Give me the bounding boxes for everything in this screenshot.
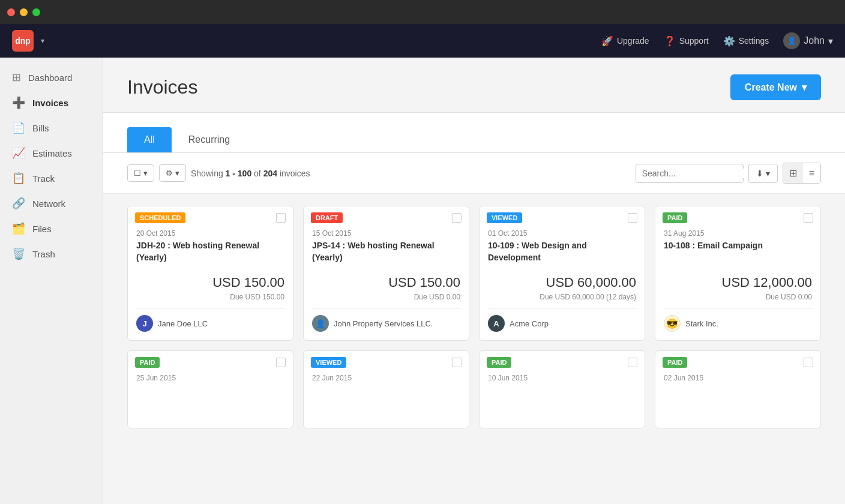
card-checkbox[interactable] <box>452 213 462 223</box>
card-body: 10 Jun 2015 <box>480 368 645 428</box>
filter-button[interactable]: ⬇ ▾ <box>748 164 778 183</box>
tabs-section: All Recurring <box>103 113 845 153</box>
card-body: 22 Jun 2015 <box>304 368 469 428</box>
grid-view-button[interactable]: ⊞ <box>783 163 803 183</box>
client-avatar: J <box>136 315 153 332</box>
invoice-card[interactable]: VIEWED 22 Jun 2015 <box>303 350 469 428</box>
sidebar-item-label: Estimates <box>32 148 72 158</box>
card-title <box>664 385 812 410</box>
create-new-label: Create New <box>745 82 797 93</box>
status-badge: PAID <box>135 357 160 368</box>
logo-section: dnp ▾ <box>12 30 44 52</box>
card-due: Due USD 60,000.00 (12 days) <box>488 293 636 301</box>
invoice-card[interactable]: SCHEDULED 20 Oct 2015 JDH-20 : Web hosti… <box>127 206 293 341</box>
card-due: Due USD 150.00 <box>136 293 284 301</box>
view-toggle: ⊞ ≡ <box>783 163 821 184</box>
window-close-dot[interactable] <box>7 8 15 16</box>
card-checkbox[interactable] <box>628 358 637 367</box>
top-nav: dnp ▾ 🚀 Upgrade ❓ Support ⚙️ Settings 👤 … <box>0 24 845 58</box>
bulk-actions-button[interactable]: ⚙ ▾ <box>159 164 186 182</box>
window-minimize-dot[interactable] <box>20 8 28 16</box>
select-all-checkbox[interactable]: ☐ ▾ <box>127 164 154 182</box>
tab-recurring[interactable]: Recurring <box>172 127 247 152</box>
gear-icon: ⚙ <box>166 169 173 178</box>
sidebar-item-files[interactable]: 🗂️ Files <box>0 216 103 241</box>
search-box[interactable]: 🔍 <box>636 164 744 183</box>
sidebar-item-label: Bills <box>32 123 49 133</box>
card-body: 25 Jun 2015 <box>128 368 293 428</box>
window-fullscreen-dot[interactable] <box>32 8 40 16</box>
main-content: Invoices Create New ▾ All Recurring ☐ ▾ … <box>103 58 845 504</box>
create-new-chevron-icon: ▾ <box>802 82 807 93</box>
card-date: 20 Oct 2015 <box>136 229 284 238</box>
invoice-card[interactable]: DRAFT 15 Oct 2015 JPS-14 : Web hosting R… <box>303 206 469 341</box>
sidebar-item-track[interactable]: 📋 Track <box>0 166 103 191</box>
card-checkbox[interactable] <box>276 213 286 223</box>
card-client: J Jane Doe LLC <box>136 308 284 332</box>
sidebar-item-network[interactable]: 🔗 Network <box>0 191 103 216</box>
sidebar-item-invoices[interactable]: ➕ Invoices <box>0 90 103 115</box>
upgrade-button[interactable]: 🚀 Upgrade <box>601 35 649 47</box>
invoice-card[interactable]: PAID 31 Aug 2015 10-108 : Email Campaign… <box>655 206 821 341</box>
card-checkbox[interactable] <box>628 213 637 223</box>
status-badge: PAID <box>663 357 687 368</box>
files-icon: 🗂️ <box>12 222 25 235</box>
client-name: Stark Inc. <box>685 319 718 328</box>
status-badge: PAID <box>487 357 511 368</box>
list-view-button[interactable]: ≡ <box>803 163 820 183</box>
toolbar: ☐ ▾ ⚙ ▾ Showing 1 - 100 of 204 invoices … <box>103 153 845 194</box>
card-header: PAID <box>655 351 820 368</box>
sidebar-item-dashboard[interactable]: ⊞ Dashboard <box>0 65 103 90</box>
card-client: 😎 Stark Inc. <box>664 308 812 332</box>
invoice-card[interactable]: PAID 25 Jun 2015 <box>127 350 293 428</box>
card-title: JPS-14 : Web hosting Renewal (Yearly) <box>312 240 460 265</box>
card-checkbox[interactable] <box>804 213 813 223</box>
invoice-card[interactable]: VIEWED 01 Oct 2015 10-109 : Web Design a… <box>479 206 645 341</box>
client-avatar: 👤 <box>312 315 329 332</box>
tab-all[interactable]: All <box>127 127 172 152</box>
card-body: 20 Oct 2015 JDH-20 : Web hosting Renewal… <box>128 223 293 340</box>
client-avatar: A <box>488 315 505 332</box>
card-checkbox[interactable] <box>276 358 286 367</box>
settings-label: Settings <box>739 36 769 46</box>
checkbox-chevron-icon: ▾ <box>143 169 148 178</box>
card-title <box>488 385 636 410</box>
card-checkbox[interactable] <box>452 358 462 367</box>
invoice-card[interactable]: PAID 02 Jun 2015 <box>655 350 821 428</box>
user-menu[interactable]: 👤 John ▾ <box>783 32 833 49</box>
dashboard-icon: ⊞ <box>12 71 21 84</box>
search-input[interactable] <box>642 169 747 178</box>
card-checkbox[interactable] <box>804 358 813 367</box>
card-body: 02 Jun 2015 <box>655 368 820 428</box>
client-name: Jane Doe LLC <box>158 319 208 328</box>
card-header: PAID <box>655 206 820 223</box>
card-client: 👤 John Property Services LLC. <box>312 308 460 332</box>
create-new-button[interactable]: Create New ▾ <box>730 74 821 100</box>
card-header: DRAFT <box>304 206 469 223</box>
upgrade-label: Upgrade <box>617 36 649 46</box>
support-button[interactable]: ❓ Support <box>664 35 709 47</box>
card-body: 15 Oct 2015 JPS-14 : Web hosting Renewal… <box>304 223 469 340</box>
card-amount: USD 60,000.00 <box>488 275 636 290</box>
card-body: 01 Oct 2015 10-109 : Web Design and Deve… <box>480 223 645 340</box>
card-title: JDH-20 : Web hosting Renewal (Yearly) <box>136 240 284 265</box>
card-due: Due USD 0.00 <box>664 293 812 301</box>
card-client: A Acme Corp <box>488 308 636 332</box>
sidebar-item-estimates[interactable]: 📈 Estimates <box>0 140 103 166</box>
settings-button[interactable]: ⚙️ Settings <box>723 35 769 47</box>
card-date: 31 Aug 2015 <box>664 229 812 238</box>
logo-badge[interactable]: dnp <box>12 30 34 52</box>
card-title <box>312 385 460 410</box>
sidebar-item-bills[interactable]: 📄 Bills <box>0 115 103 140</box>
card-date: 10 Jun 2015 <box>488 374 636 382</box>
client-name: Acme Corp <box>510 319 549 328</box>
card-body: 31 Aug 2015 10-108 : Email Campaign USD … <box>655 223 820 340</box>
sidebar-item-label: Network <box>32 199 65 209</box>
sidebar-item-trash[interactable]: 🗑️ Trash <box>0 241 103 266</box>
nav-actions: 🚀 Upgrade ❓ Support ⚙️ Settings 👤 John ▾ <box>601 32 833 49</box>
app-body: ⊞ Dashboard ➕ Invoices 📄 Bills 📈 Estimat… <box>0 58 845 504</box>
invoice-card[interactable]: PAID 10 Jun 2015 <box>479 350 645 428</box>
sidebar: ⊞ Dashboard ➕ Invoices 📄 Bills 📈 Estimat… <box>0 58 103 504</box>
logo-dropdown-chevron[interactable]: ▾ <box>41 37 44 45</box>
card-date: 15 Oct 2015 <box>312 229 460 238</box>
